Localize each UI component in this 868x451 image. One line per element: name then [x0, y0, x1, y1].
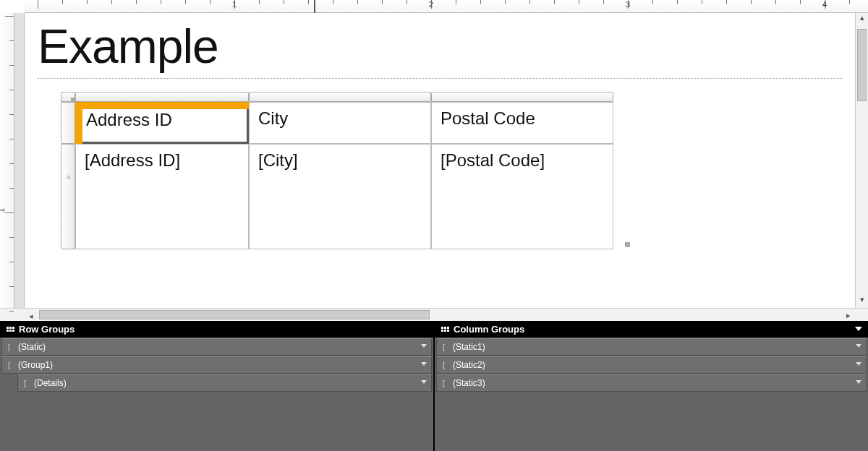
row-groups-label: Row Groups	[19, 324, 75, 335]
scroll-up-arrow-icon[interactable]: ▴	[856, 13, 868, 26]
group-item-label: (Static3)	[453, 378, 485, 388]
bracket-icon: [	[8, 343, 15, 351]
column-groups-label: Column Groups	[454, 324, 524, 335]
scroll-thumb[interactable]	[857, 29, 867, 101]
bracket-icon: [	[443, 361, 450, 369]
group-item[interactable]: [(Static2)	[436, 356, 867, 374]
design-canvas[interactable]: Example Address ID City	[25, 13, 855, 308]
bracket-icon: [	[24, 379, 31, 387]
horizontal-ruler[interactable]: 1234	[25, 0, 868, 13]
group-item-label: (Details)	[34, 378, 67, 388]
data-cell[interactable]: [City]	[249, 144, 431, 249]
group-item[interactable]: [(Static3)	[436, 374, 867, 392]
grid-icon	[6, 327, 14, 332]
bracket-icon: [	[443, 379, 450, 387]
column-groups-header[interactable]: Column Groups	[435, 321, 868, 338]
group-item-label: (Group1)	[18, 360, 53, 370]
horizontal-scrollbar-row: ◂ ▸	[0, 308, 868, 321]
group-item-label: (Static1)	[453, 342, 485, 352]
design-surface-row: 1 Example Add	[0, 13, 868, 308]
data-cell[interactable]: [Postal Code]	[431, 144, 613, 249]
chevron-down-icon[interactable]	[856, 362, 861, 366]
grid-icon	[441, 327, 449, 332]
column-groups-column: Column Groups [(Static1) [(Static2) [(St…	[433, 321, 868, 451]
vertical-ruler[interactable]: 1	[0, 13, 14, 308]
column-groups-list: [(Static1) [(Static2) [(Static3)	[435, 338, 868, 451]
row-groups-column: Row Groups [(Static) [(Group1) [(Details…	[0, 321, 433, 451]
chevron-down-icon[interactable]	[856, 380, 861, 384]
chevron-down-icon[interactable]	[421, 380, 427, 384]
scroll-thumb[interactable]	[39, 310, 430, 319]
horizontal-scrollbar[interactable]: ◂ ▸	[25, 309, 855, 321]
chevron-down-icon[interactable]	[856, 344, 861, 348]
group-item[interactable]: [(Static1)	[436, 338, 867, 356]
column-handle[interactable]	[431, 92, 613, 102]
title-divider	[38, 78, 842, 79]
group-item-label: (Static)	[18, 342, 46, 352]
group-item-label: (Static2)	[453, 360, 485, 370]
ruler-marker[interactable]	[314, 0, 315, 13]
panel-menu-icon[interactable]	[855, 327, 862, 331]
selection-grip[interactable]	[71, 98, 76, 103]
scroll-right-arrow-icon[interactable]: ▸	[842, 309, 855, 322]
tablix-header-row: Address ID City Postal Code	[61, 102, 842, 144]
data-cell[interactable]: [Address ID]	[75, 144, 249, 249]
row-groups-list: [(Static) [(Group1) [(Details)	[0, 338, 433, 451]
group-item[interactable]: [(Static)	[1, 338, 432, 356]
tablix-data-row: ≡ [Address ID] [City] [Postal Code]	[61, 144, 842, 249]
report-designer: 1234 1 Example	[0, 0, 868, 451]
vertical-scrollbar[interactable]: ▴ ▾	[855, 13, 868, 308]
selection-grip[interactable]	[625, 242, 630, 247]
header-cell-selected[interactable]: Address ID	[75, 102, 249, 144]
chevron-down-icon[interactable]	[421, 362, 427, 366]
row-handle[interactable]	[61, 102, 75, 144]
grouping-panel: Row Groups [(Static) [(Group1) [(Details…	[0, 321, 868, 451]
report-title[interactable]: Example	[38, 19, 842, 74]
row-grip-icon: ≡	[61, 173, 75, 181]
bracket-icon: [	[8, 361, 15, 369]
bracket-icon: [	[443, 343, 450, 351]
header-cell[interactable]: Postal Code	[431, 102, 613, 144]
header-cell[interactable]: City	[249, 102, 431, 144]
design-gutter	[14, 13, 25, 308]
tablix[interactable]: Address ID City Postal Code ≡ [Address I…	[61, 92, 842, 249]
row-groups-header[interactable]: Row Groups	[0, 321, 433, 338]
column-handle[interactable]	[249, 92, 431, 102]
chevron-down-icon[interactable]	[421, 344, 427, 348]
column-handle[interactable]	[75, 92, 249, 102]
report-body: Example Address ID City	[25, 13, 855, 255]
tablix-column-handles	[75, 92, 613, 102]
scroll-down-arrow-icon[interactable]: ▾	[856, 295, 868, 308]
group-item[interactable]: [(Details)	[17, 374, 432, 392]
group-item[interactable]: [(Group1)	[1, 356, 432, 374]
row-handle[interactable]: ≡	[61, 144, 75, 249]
